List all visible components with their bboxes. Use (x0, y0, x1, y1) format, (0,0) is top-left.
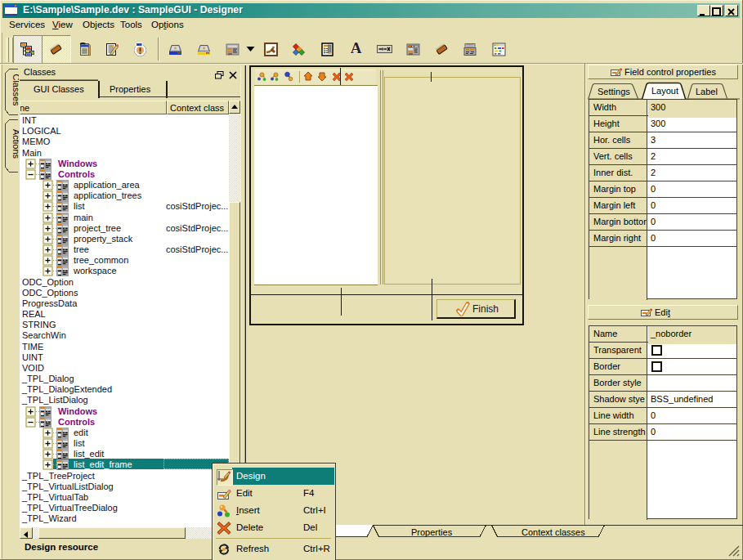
svg-text:A: A (351, 41, 362, 55)
svg-text:Classes: Classes (11, 74, 19, 106)
svg-text:Actions: Actions (11, 129, 19, 159)
